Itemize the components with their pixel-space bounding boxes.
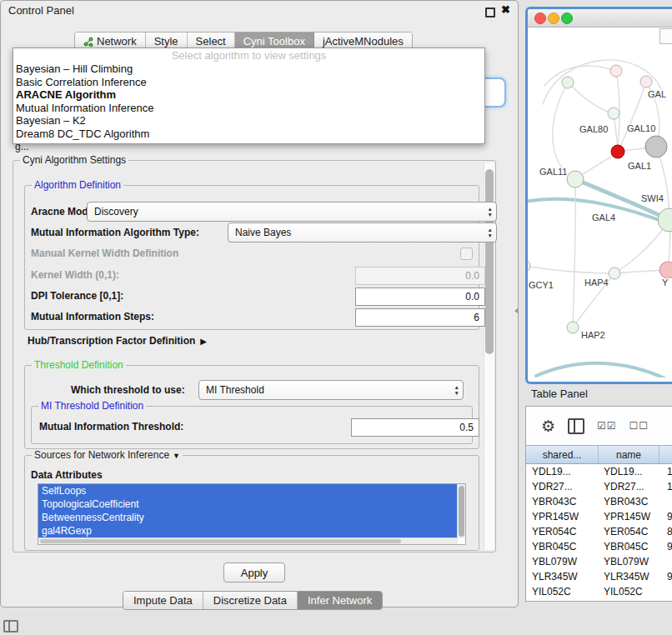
tab-impute-data[interactable]: Impute Data bbox=[123, 592, 203, 609]
network-node[interactable] bbox=[659, 262, 672, 278]
table-cell: YPR145W bbox=[526, 511, 604, 522]
spinner-arrows-icon: ▲▼ bbox=[454, 385, 459, 396]
select-all-icon[interactable]: ☑☑ bbox=[597, 420, 617, 432]
node-label: GAL bbox=[648, 89, 666, 99]
table-row[interactable]: YDL19...YDL19...13 bbox=[526, 464, 672, 479]
which-threshold-label: Which threshold to use: bbox=[71, 384, 185, 396]
close-panel-icon[interactable]: ✖ bbox=[501, 3, 510, 16]
which-threshold-select[interactable]: MI Threshold ▲▼ bbox=[198, 380, 464, 400]
attribute-list-item[interactable]: SelfLoops bbox=[38, 484, 460, 498]
network-window-titlebar[interactable] bbox=[528, 9, 672, 28]
data-attributes-label: Data Attributes bbox=[31, 469, 103, 481]
floating-panel-icon[interactable] bbox=[3, 620, 18, 632]
dropdown-item[interactable]: Mutual Information Inference bbox=[13, 102, 484, 115]
column-header-extra[interactable] bbox=[659, 446, 672, 463]
node-label: GAL4 bbox=[592, 212, 615, 222]
dropdown-item[interactable]: ARACNE Algorithm bbox=[13, 88, 484, 102]
column-header-name[interactable]: name bbox=[599, 446, 659, 463]
minimize-window-icon[interactable] bbox=[548, 12, 559, 24]
table-cell: 12 bbox=[664, 481, 672, 492]
scrollbar-thumb[interactable] bbox=[485, 169, 494, 354]
dropdown-item[interactable]: Basic Correlation Inference bbox=[13, 76, 484, 89]
network-node[interactable] bbox=[567, 171, 584, 188]
table-row[interactable]: YPR145WYPR145W9. bbox=[526, 509, 672, 524]
panel-splitter-handle[interactable] bbox=[514, 308, 519, 314]
hub-section-toggle[interactable]: Hub/Transcription Factor Definition ▶ bbox=[28, 335, 207, 347]
algorithm-definition-title: Algorithm Definition bbox=[32, 179, 123, 191]
mi-threshold-input[interactable] bbox=[351, 418, 479, 437]
deselect-all-icon[interactable]: ☐☐ bbox=[629, 420, 649, 432]
column-header-shared[interactable]: shared... bbox=[526, 446, 599, 463]
spinner-arrows-icon: ▲▼ bbox=[488, 228, 493, 238]
table-cell: YLR345W bbox=[526, 571, 604, 582]
dpi-tolerance-label: DPI Tolerance [0,1]: bbox=[31, 290, 123, 302]
node-label: Y bbox=[662, 278, 669, 288]
control-panel-window: Control Panel ✖ Network Style Select bbox=[0, 0, 519, 608]
table-row[interactable]: YBL079WYBL079W bbox=[526, 554, 672, 569]
dropdown-item[interactable]: Bayesian – Hill Climbing bbox=[13, 62, 484, 76]
settings-gear-icon[interactable]: ⚙ bbox=[541, 418, 555, 434]
table-cell: YBL079W bbox=[604, 556, 664, 568]
node-label: SWI4 bbox=[641, 193, 664, 203]
mi-steps-label: Mutual Information Steps: bbox=[31, 311, 154, 322]
table-cell: 9. bbox=[664, 511, 672, 522]
table-row[interactable]: YIL052CYIL052C bbox=[526, 584, 672, 599]
attribute-list-item[interactable]: TopologicalCoefficient bbox=[38, 498, 460, 511]
data-attributes-list[interactable]: SelfLoopsTopologicalCoefficientBetweenne… bbox=[38, 483, 466, 545]
attribute-list-item[interactable]: gal4RGexp bbox=[38, 524, 460, 538]
table-row[interactable]: YDR27...YDR27...12 bbox=[526, 479, 672, 494]
node-label: GAL11 bbox=[539, 167, 567, 177]
network-canvas[interactable]: GALGAL80GAL10GAL11GAL1SWI4GAL4GCY1HAP4YH… bbox=[528, 28, 672, 378]
network-node[interactable] bbox=[562, 77, 574, 88]
network-node[interactable] bbox=[640, 76, 652, 88]
network-node[interactable] bbox=[610, 65, 622, 77]
tab-label: Cyni Toolbox bbox=[243, 35, 305, 48]
table-row[interactable]: YER054CYER054C8. bbox=[526, 524, 672, 539]
dropdown-item[interactable]: Dream8 DC_TDC Algorithm bbox=[13, 128, 484, 141]
dropdown-hint: Select algorithm to view settings bbox=[13, 49, 484, 62]
sources-section-toggle[interactable]: Sources for Network Inference▼ bbox=[32, 449, 183, 461]
network-node[interactable] bbox=[645, 136, 667, 158]
network-node[interactable] bbox=[528, 259, 530, 272]
tab-infer-network[interactable]: Infer Network bbox=[298, 592, 382, 609]
close-window-icon[interactable] bbox=[534, 12, 546, 24]
sources-title: Sources for Network Inference bbox=[34, 449, 169, 461]
algorithm-dropdown-list: Bayesian – Hill ClimbingBasic Correlatio… bbox=[13, 62, 484, 140]
dpi-tolerance-input[interactable] bbox=[355, 288, 485, 306]
table-row[interactable]: YLR345WYLR345W9. bbox=[526, 569, 672, 584]
node-label: HAP2 bbox=[581, 330, 605, 340]
apply-button[interactable]: Apply bbox=[223, 562, 285, 582]
column-selector-icon[interactable] bbox=[568, 418, 584, 434]
table-row[interactable]: YBR043CYBR043C bbox=[526, 494, 672, 509]
mi-type-select[interactable]: Naive Bayes ▲▼ bbox=[228, 222, 497, 242]
table-cell: YBR043C bbox=[604, 496, 664, 508]
mi-type-value: Naive Bayes bbox=[235, 227, 291, 238]
kernel-width-input[interactable] bbox=[355, 267, 485, 285]
network-node[interactable] bbox=[567, 322, 579, 333]
attributes-hscrollbar[interactable] bbox=[38, 538, 458, 544]
attr-items: SelfLoopsTopologicalCoefficientBetweenne… bbox=[38, 484, 465, 538]
network-node[interactable] bbox=[611, 145, 624, 158]
attributes-vscrollbar[interactable] bbox=[457, 484, 465, 538]
network-graph[interactable]: GALGAL80GAL10GAL11GAL1SWI4GAL4GCY1HAP4YH… bbox=[528, 28, 672, 378]
table-row[interactable]: YBR045CYBR045C9. bbox=[526, 539, 672, 554]
float-panel-icon[interactable] bbox=[485, 8, 495, 18]
network-scrollbar[interactable] bbox=[659, 28, 672, 44]
dropdown-item[interactable]: Bayesian – K2 bbox=[13, 114, 484, 128]
mi-steps-input[interactable] bbox=[355, 308, 485, 327]
network-node[interactable] bbox=[609, 268, 620, 279]
network-node[interactable] bbox=[658, 208, 672, 232]
network-edge bbox=[568, 82, 614, 113]
tab-label: Style bbox=[154, 35, 178, 48]
network-view-window: GALGAL80GAL10GAL11GAL1SWI4GAL4GCY1HAP4YH… bbox=[525, 7, 672, 384]
table-cell: YPR145W bbox=[604, 511, 664, 522]
tab-label: Select bbox=[196, 35, 226, 48]
attribute-list-item[interactable]: BetweennessCentrality bbox=[38, 511, 460, 524]
manual-kernel-checkbox[interactable] bbox=[460, 248, 473, 260]
aracne-mode-select[interactable]: Discovery ▲▼ bbox=[87, 202, 497, 222]
tab-discretize-data[interactable]: Discretize Data bbox=[203, 592, 298, 609]
table-cell: YDR27... bbox=[604, 481, 664, 492]
manual-kernel-label: Manual Kernel Width Definition bbox=[31, 248, 178, 259]
network-node[interactable] bbox=[608, 108, 619, 119]
zoom-window-icon[interactable] bbox=[561, 12, 573, 24]
